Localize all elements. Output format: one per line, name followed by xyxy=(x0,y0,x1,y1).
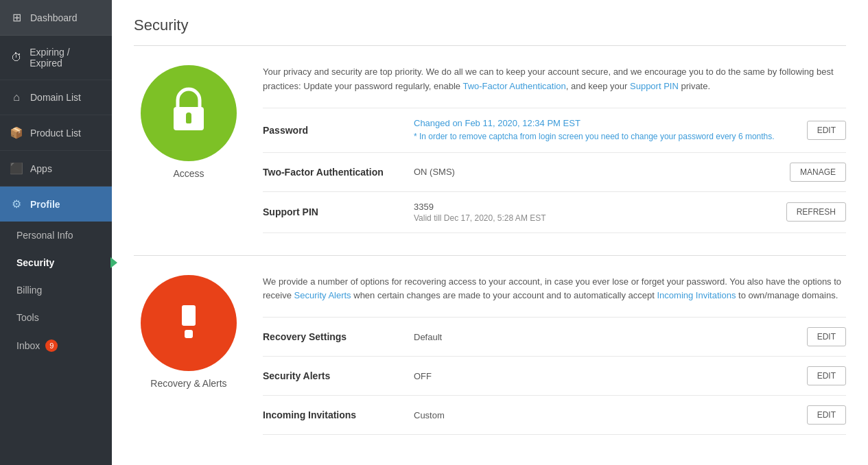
apps-icon: ⬛ xyxy=(10,162,23,175)
support-pin-link[interactable]: Support PIN xyxy=(630,81,679,91)
security-alerts-row: Security Alerts OFF EDIT xyxy=(263,356,846,395)
alert-icon xyxy=(168,296,209,350)
sidebar-label-tools: Tools xyxy=(16,312,39,323)
dashboard-icon: ⊞ xyxy=(10,11,23,24)
recovery-desc-3: to own/manage domains. xyxy=(736,290,838,300)
password-value-wrap: Changed on Feb 11, 2020, 12:34 PM EST * … xyxy=(414,118,801,143)
access-body: Your privacy and security are top priori… xyxy=(263,65,846,233)
recovery-settings-edit-button[interactable]: EDIT xyxy=(807,327,846,346)
support-pin-sub: Valid till Dec 17, 2020, 5:28 AM EST xyxy=(414,213,781,223)
recovery-settings-value: Default xyxy=(414,332,801,342)
recovery-section: Recovery & Alerts We provide a number of… xyxy=(134,275,846,436)
recovery-description: We provide a number of options for recov… xyxy=(263,275,846,304)
password-row: Password Changed on Feb 11, 2020, 12:34 … xyxy=(263,108,846,152)
sidebar-item-product-list[interactable]: 📦 Product List xyxy=(0,115,112,151)
support-pin-label: Support PIN xyxy=(263,206,414,217)
section-divider-top xyxy=(134,45,846,46)
sidebar-item-tools[interactable]: Tools xyxy=(0,304,112,331)
incoming-invitations-value-wrap: Custom xyxy=(414,410,801,420)
access-desc-3: private. xyxy=(679,81,710,91)
support-pin-row: Support PIN 3359 Valid till Dec 17, 2020… xyxy=(263,191,846,233)
svg-rect-3 xyxy=(182,305,196,326)
security-alerts-link[interactable]: Security Alerts xyxy=(294,290,351,300)
2fa-link[interactable]: Two-Factor Authentication xyxy=(462,81,565,91)
access-label: Access xyxy=(173,168,204,179)
recovery-settings-value-wrap: Default xyxy=(414,332,801,342)
sidebar-label-product: Product List xyxy=(30,128,81,139)
support-pin-value: 3359 xyxy=(414,202,781,212)
sidebar-label-inbox: Inbox xyxy=(16,340,40,351)
domain-icon: ⌂ xyxy=(10,91,23,104)
sidebar-item-inbox[interactable]: Inbox 9 xyxy=(0,331,112,360)
security-alerts-value: OFF xyxy=(414,371,801,381)
sidebar-label-profile: Profile xyxy=(30,199,60,210)
incoming-invitations-edit-button[interactable]: EDIT xyxy=(807,405,846,425)
sidebar-label-billing: Billing xyxy=(16,285,42,296)
access-desc-2: , and keep your xyxy=(566,81,630,91)
lock-icon xyxy=(168,86,209,140)
sidebar-label-expiring: Expiring / Expired xyxy=(30,47,102,69)
sidebar-label-apps: Apps xyxy=(30,163,52,174)
recovery-body: We provide a number of options for recov… xyxy=(263,275,846,436)
support-pin-refresh-button[interactable]: REFRESH xyxy=(786,202,846,222)
2fa-row: Two-Factor Authentication ON (SMS) MANAG… xyxy=(263,152,846,191)
2fa-value: ON (SMS) xyxy=(414,167,784,177)
recovery-circle xyxy=(141,275,237,371)
sidebar-item-personal-info[interactable]: Personal Info xyxy=(0,222,112,249)
recovery-label: Recovery & Alerts xyxy=(150,378,226,389)
security-alerts-label: Security Alerts xyxy=(263,370,414,381)
recovery-settings-row: Recovery Settings Default EDIT xyxy=(263,317,846,356)
recovery-icon-wrapper: Recovery & Alerts xyxy=(134,275,244,389)
svg-point-2 xyxy=(186,112,191,118)
password-edit-button[interactable]: EDIT xyxy=(807,121,846,140)
expiring-icon: ⏱ xyxy=(10,51,23,64)
sidebar-item-domain-list[interactable]: ⌂ Domain List xyxy=(0,80,112,115)
sidebar-item-security[interactable]: Security xyxy=(0,249,112,276)
product-icon: 📦 xyxy=(10,126,23,139)
sidebar-profile-header[interactable]: ⚙ Profile xyxy=(0,187,112,222)
sidebar-label-personal-info: Personal Info xyxy=(16,230,73,241)
active-arrow-indicator xyxy=(110,257,117,268)
sidebar-item-billing[interactable]: Billing xyxy=(0,276,112,304)
main-content: Security Access xyxy=(112,0,868,465)
2fa-label: Two-Factor Authentication xyxy=(263,167,414,178)
support-pin-value-wrap: 3359 Valid till Dec 17, 2020, 5:28 AM ES… xyxy=(414,202,781,223)
recovery-desc-2: when certain changes are made to your ac… xyxy=(351,290,657,300)
profile-gear-icon: ⚙ xyxy=(10,198,23,211)
access-section-content: Access Your privacy and security are top… xyxy=(134,65,846,233)
section-divider-mid xyxy=(134,255,846,256)
access-circle xyxy=(141,65,237,161)
sidebar-label-security: Security xyxy=(16,257,54,268)
security-alerts-value-wrap: OFF xyxy=(414,371,801,381)
incoming-invitations-label: Incoming Invitations xyxy=(263,409,414,420)
access-icon-wrapper: Access xyxy=(134,65,244,179)
incoming-invitations-link[interactable]: Incoming Invitations xyxy=(657,290,736,300)
sidebar-label-dashboard: Dashboard xyxy=(30,12,78,23)
recovery-section-content: Recovery & Alerts We provide a number of… xyxy=(134,275,846,436)
incoming-invitations-row: Incoming Invitations Custom EDIT xyxy=(263,395,846,435)
password-value: Changed on Feb 11, 2020, 12:34 PM EST xyxy=(414,118,801,128)
2fa-manage-button[interactable]: MANAGE xyxy=(790,163,846,182)
svg-rect-4 xyxy=(185,330,193,338)
sidebar-item-apps[interactable]: ⬛ Apps xyxy=(0,151,112,187)
incoming-invitations-value: Custom xyxy=(414,410,801,420)
2fa-value-wrap: ON (SMS) xyxy=(414,167,784,177)
page-title: Security xyxy=(134,16,846,34)
recovery-settings-label: Recovery Settings xyxy=(263,331,414,342)
inbox-badge: 9 xyxy=(45,339,58,352)
sidebar: ⊞ Dashboard ⏱ Expiring / Expired ⌂ Domai… xyxy=(0,0,112,465)
sidebar-item-dashboard[interactable]: ⊞ Dashboard xyxy=(0,0,112,36)
password-label: Password xyxy=(263,125,414,136)
access-description: Your privacy and security are top priori… xyxy=(263,65,846,94)
security-alerts-edit-button[interactable]: EDIT xyxy=(807,366,846,385)
sidebar-label-domain: Domain List xyxy=(30,92,81,103)
access-section: Access Your privacy and security are top… xyxy=(134,65,846,233)
password-sub: * In order to remove captcha from login … xyxy=(414,130,801,143)
sidebar-item-expiring[interactable]: ⏱ Expiring / Expired xyxy=(0,36,112,80)
